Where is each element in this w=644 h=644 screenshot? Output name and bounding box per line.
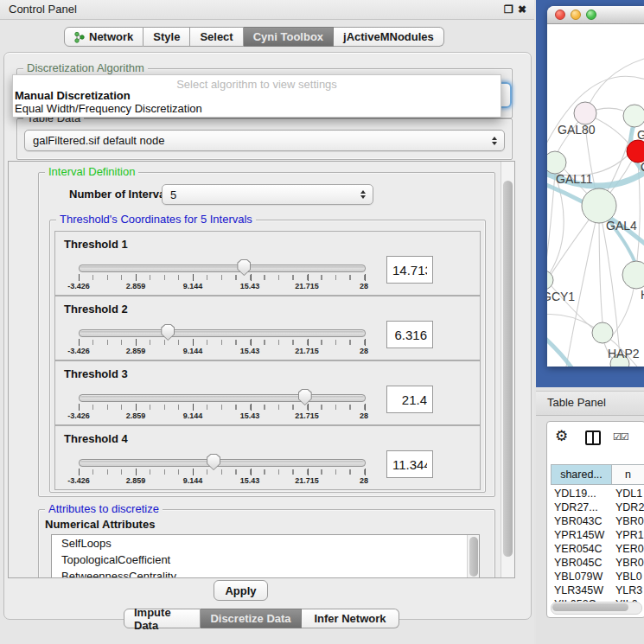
column-header-name[interactable]: n: [611, 464, 644, 485]
float-window-icon[interactable]: ❐: [504, 3, 513, 16]
select-columns-icon[interactable]: ☑☑: [613, 431, 628, 443]
threshold-2-label: Threshold 2: [64, 303, 128, 316]
table-data-combobox[interactable]: galFiltered.sif default node: [24, 130, 505, 151]
apply-button[interactable]: Apply: [214, 580, 268, 601]
threshold-2-value-input[interactable]: [386, 321, 433, 348]
slider-ticks: [79, 340, 365, 345]
tab-jactivemnodules[interactable]: jActiveMNodules: [334, 27, 444, 47]
node-gal80[interactable]: [574, 102, 596, 124]
zoom-window-icon[interactable]: [586, 10, 596, 20]
threshold-3-value-input[interactable]: [386, 386, 433, 413]
list-item[interactable]: TopologicalCoefficient: [52, 552, 479, 568]
table-row[interactable]: YLR345WYLR3: [547, 584, 644, 598]
cell[interactable]: YDR2: [615, 501, 644, 513]
tab-discretize-data-label: Discretize Data: [210, 612, 290, 625]
tab-impute-data[interactable]: Impute Data: [124, 609, 201, 628]
cell[interactable]: YBL0: [615, 571, 642, 583]
cell[interactable]: YPR1: [615, 529, 644, 541]
tab-network[interactable]: Network: [64, 27, 143, 47]
node-label: GA: [637, 128, 644, 142]
table-row[interactable]: YPR145WYPR1: [547, 529, 644, 543]
combo-stepper-icon: [492, 137, 497, 145]
cell[interactable]: YER0: [615, 543, 644, 555]
node[interactable]: [623, 105, 644, 127]
table-row[interactable]: YBL079WYBL0: [547, 571, 644, 584]
table-row[interactable]: YDL19...YDL1: [547, 488, 644, 501]
node[interactable]: [622, 261, 644, 289]
combo-stepper-icon: [360, 190, 366, 199]
table-row[interactable]: YBR045CYBR0: [547, 557, 644, 571]
cell[interactable]: YLR3: [615, 584, 642, 596]
tab-select-label: Select: [200, 30, 233, 43]
list-item[interactable]: SelfLoops: [52, 535, 479, 552]
table-hscrollbar-thumb[interactable]: [552, 603, 628, 611]
cell[interactable]: YDR27...: [554, 501, 598, 513]
slider-axis-labels: -3.4262.8599.14415.4321.71528: [79, 411, 364, 420]
table-panel-header: Table Panel: [536, 391, 644, 416]
node-gal11[interactable]: [547, 151, 566, 174]
table-row[interactable]: YBR043CYBR0: [547, 515, 644, 529]
table-row[interactable]: YER054CYER0: [547, 543, 644, 557]
threshold-4-slider-thumb[interactable]: [207, 454, 220, 470]
settings-scrollbar-thumb[interactable]: [503, 181, 513, 557]
node-gal4[interactable]: [582, 188, 616, 223]
threshold-2-slider[interactable]: [79, 329, 366, 337]
top-tab-bar: Network Style Select Cyni Toolbox jActiv…: [64, 27, 444, 47]
list-scrollbar[interactable]: [467, 535, 479, 578]
slider-ticks: [79, 469, 365, 475]
threshold-4-value-input[interactable]: [386, 450, 433, 478]
minimize-window-icon[interactable]: [571, 10, 581, 20]
threshold-1-slider[interactable]: [79, 265, 366, 272]
close-panel-icon[interactable]: ✖: [518, 3, 526, 16]
list-scrollbar-thumb[interactable]: [469, 537, 478, 577]
tab-select[interactable]: Select: [190, 27, 243, 47]
network-canvas[interactable]: GAL80 GA C GAL11 GAL4 GCY1 H HAP2: [547, 24, 644, 367]
cell[interactable]: YBR0: [615, 515, 644, 527]
cell[interactable]: YDL19...: [554, 488, 596, 500]
threshold-4-slider[interactable]: [79, 459, 366, 467]
threshold-3-slider-thumb[interactable]: [298, 389, 312, 405]
cell[interactable]: YBR0: [615, 557, 644, 569]
threshold-4-label: Threshold 4: [64, 432, 128, 445]
close-window-icon[interactable]: [555, 10, 565, 20]
cell[interactable]: YBR043C: [554, 515, 603, 527]
network-window-titlebar[interactable]: [547, 6, 644, 24]
threshold-3-slider[interactable]: [79, 394, 366, 402]
algorithm-option-equal-width[interactable]: Equal Width/Frequency Discretization: [15, 102, 202, 115]
control-panel: Control Panel ❐ ✖ Network Style: [0, 0, 534, 644]
node-hap2[interactable]: [592, 322, 613, 343]
tab-infer-network[interactable]: Infer Network: [302, 609, 399, 628]
threshold-1-value-input[interactable]: [386, 256, 433, 284]
node-table-panel: ⚙ ☑☑ shared... n YDL19...YDL1 YDR27...YD…: [546, 421, 644, 618]
cell[interactable]: YBL079W: [554, 571, 603, 583]
tab-style[interactable]: Style: [143, 27, 190, 47]
list-item[interactable]: BetweennessCentrality: [52, 568, 479, 578]
screen: Control Panel ❐ ✖ Network Style: [0, 0, 644, 644]
node-label: GAL11: [556, 172, 593, 186]
threshold-2-slider-thumb[interactable]: [161, 324, 175, 341]
cell[interactable]: YLR345W: [554, 584, 603, 596]
table-row[interactable]: YDR27...YDR2: [547, 501, 644, 515]
tab-infer-network-label: Infer Network: [314, 612, 386, 625]
node-label: GCY1: [547, 290, 575, 303]
discretization-algorithm-group-title: Discretization Algorithm: [23, 62, 148, 74]
algorithm-option-manual[interactable]: Manual Discretization: [15, 89, 131, 102]
number-of-intervals-combobox[interactable]: 5: [162, 184, 373, 205]
node-label: HAP2: [608, 347, 640, 360]
split-columns-icon[interactable]: [585, 430, 601, 445]
cell[interactable]: YDL1: [615, 488, 642, 500]
threshold-1-slider-thumb[interactable]: [237, 259, 251, 276]
settings-scrollbar[interactable]: [501, 162, 514, 577]
cell[interactable]: YPR145W: [554, 529, 604, 541]
table-hscrollbar[interactable]: [551, 602, 642, 615]
cell[interactable]: YER054C: [554, 543, 603, 555]
tab-style-label: Style: [153, 30, 180, 43]
cell[interactable]: YBR045C: [554, 557, 603, 569]
threshold-3-panel: Threshold 3 -3.4262.8599.14415.4321.7152…: [54, 360, 481, 425]
tab-cyni-toolbox[interactable]: Cyni Toolbox: [244, 27, 334, 47]
tab-discretize-data[interactable]: Discretize Data: [201, 609, 302, 628]
gear-icon[interactable]: ⚙: [555, 427, 568, 445]
column-header-shared-name[interactable]: shared...: [551, 464, 612, 485]
threshold-3-label: Threshold 3: [64, 367, 128, 380]
slider-axis-labels: -3.4262.8599.14415.4321.71528: [79, 476, 364, 485]
